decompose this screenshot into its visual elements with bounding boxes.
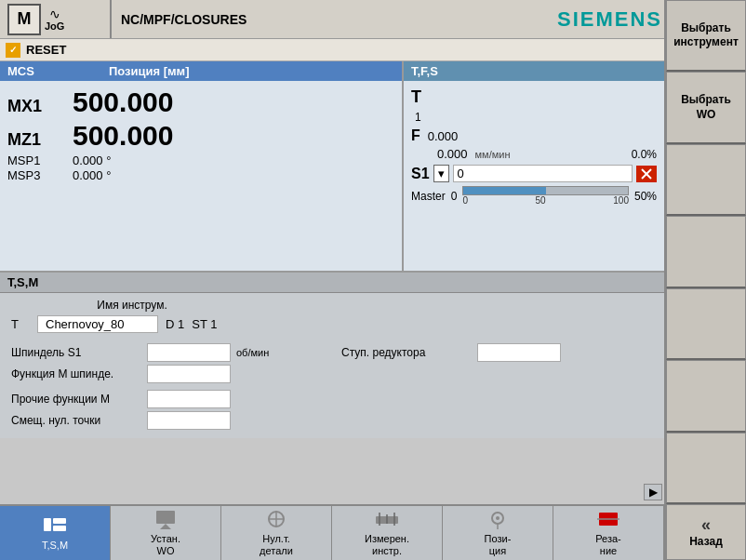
s1-dropdown[interactable]: ▾ — [433, 165, 449, 182]
spindle-section: Шпиндель S1 об/мин Функция M шпинде. Сту… — [11, 340, 653, 386]
master-label: Master — [411, 190, 446, 203]
offset-row: Смещ. нул. точки — [11, 411, 653, 430]
mcs-header: MCS Позиция [мм] — [0, 61, 402, 81]
progress-bar — [462, 186, 629, 195]
instr-name-spacer — [11, 299, 30, 312]
toolbar-install-button[interactable]: Устан. WO — [111, 506, 221, 560]
svg-rect-5 — [53, 526, 66, 531]
toolbar-zero-button[interactable]: Нул.т. детали — [221, 506, 332, 560]
t-instrument-input[interactable] — [37, 315, 158, 333]
offset-label: Смещ. нул. точки — [11, 414, 141, 427]
spindle-right: Ступ. редуктора — [341, 340, 653, 365]
svg-point-16 — [496, 516, 500, 520]
mcs-panel: MCS Позиция [мм] MX1 500.000 MZ1 500.000… — [0, 61, 404, 271]
t-tsm-label: T — [11, 317, 30, 331]
svg-rect-3 — [44, 518, 51, 531]
other-m-section: Прочие функции M Смещ. нул. точки — [11, 390, 653, 430]
install-toolbar-icon — [153, 509, 179, 529]
t-display-row: T — [411, 87, 657, 107]
tfs-panel: T,F,S T 1 F 0.000 0.000 мм/мин 0.0% — [404, 61, 664, 271]
gearbox-row: Ступ. редуктора — [341, 343, 653, 362]
cut-label: Реза- ние — [595, 533, 621, 557]
jog-label: JoG — [45, 20, 64, 32]
siemens-logo: SIEMENS — [539, 0, 681, 38]
mcs-title: MCS — [7, 64, 34, 78]
msp3-name: MSP3 — [7, 168, 54, 182]
back-arrows-icon: « — [701, 515, 711, 535]
main-content: ✓ RESET MCS Позиция [мм] MX1 500.000 MZ1… — [0, 39, 664, 504]
offset-input[interactable] — [147, 411, 231, 430]
t-display-label: T — [411, 87, 430, 107]
install-label: Устан. WO — [151, 533, 180, 557]
progress-bar-fill — [463, 187, 545, 194]
d-label: D 1 — [166, 317, 184, 331]
right-btn-4[interactable] — [666, 216, 746, 287]
progress-labels: 0 50 100 — [462, 195, 629, 206]
svg-marker-7 — [160, 524, 171, 529]
tsm-toolbar-icon — [42, 513, 68, 536]
s1-icon-graphic — [640, 167, 653, 180]
master-pct: 50% — [634, 190, 657, 203]
tsm-label: T,S,M — [42, 540, 68, 552]
mx1-name: MX1 — [7, 97, 54, 116]
jog-wave-icon: ∿ — [49, 7, 60, 20]
toolbar-measure-button[interactable]: Измерен. инстр. — [332, 506, 443, 560]
reset-bar: ✓ RESET — [0, 39, 664, 61]
bottom-toolbar: T,S,M Устан. WO Нул.т. детали — [0, 504, 664, 560]
f-value2: 0.000 — [437, 147, 468, 161]
spindle-label: Шпиндель S1 — [11, 346, 141, 359]
gearbox-input[interactable] — [477, 343, 561, 362]
panels-row: MCS Позиция [мм] MX1 500.000 MZ1 500.000… — [0, 61, 664, 271]
mz1-name: MZ1 — [7, 130, 54, 150]
right-btn-3[interactable] — [666, 144, 746, 216]
mode-block: M ∿ JoG — [0, 0, 112, 38]
function-m-label: Функция M шпинде. — [11, 367, 141, 380]
tfs-body: T 1 F 0.000 0.000 мм/мин 0.0% S1 — [404, 81, 664, 211]
scroll-arrow-button[interactable]: ▶ — [644, 484, 662, 500]
instr-name-label: Имя инструм. — [76, 299, 188, 312]
f-unit: мм/мин — [475, 149, 511, 160]
select-instrument-button[interactable]: Выбрать инструмент — [666, 0, 746, 72]
right-btn-7[interactable] — [666, 433, 746, 504]
mcs-col2-title: Позиция [мм] — [109, 64, 190, 78]
toolbar-tsm-button[interactable]: T,S,M — [0, 506, 111, 560]
other-m-label: Прочие функции M — [11, 393, 141, 406]
f-label: F — [411, 127, 420, 144]
msp3-row: MSP3 0.000 ° — [7, 168, 394, 182]
mx1-value: 500.000 — [73, 87, 173, 118]
jog-section: ∿ JoG — [45, 7, 64, 32]
back-label: Назад — [689, 535, 723, 548]
s1-icon — [636, 166, 657, 182]
s1-input[interactable] — [453, 165, 633, 182]
m-icon: M — [7, 4, 41, 35]
right-panel: Выбрать инструмент Выбрать WO « Назад — [664, 0, 746, 560]
select-wo-button[interactable]: Выбрать WO — [666, 72, 746, 143]
other-m-input[interactable] — [147, 390, 231, 408]
toolbar-position-button[interactable]: Пози- ция — [443, 506, 553, 560]
s1-row: S1 ▾ — [411, 165, 657, 182]
other-m-row: Прочие функции M — [11, 390, 653, 408]
reset-icon: ✓ — [6, 43, 20, 58]
right-arrow-icon: ▶ — [649, 486, 658, 499]
right-btn-5[interactable] — [666, 288, 746, 360]
instrument-name-row: Имя инструм. — [11, 299, 653, 312]
mz1-row: MZ1 500.000 — [7, 120, 394, 152]
function-m-input[interactable] — [147, 365, 231, 383]
spindle-value-input[interactable] — [147, 343, 231, 362]
right-btn-6[interactable] — [666, 360, 746, 432]
gearbox-label: Ступ. редуктора — [341, 346, 472, 359]
tsm-header: T,S,M — [0, 273, 664, 293]
mz1-value: 500.000 — [73, 120, 173, 152]
zero-label: Нул.т. детали — [260, 533, 293, 557]
mx1-row: MX1 500.000 — [7, 87, 394, 118]
svg-rect-6 — [156, 511, 175, 524]
s1-label: S1 — [411, 166, 430, 182]
msp1-row: MSP1 0.000 ° — [7, 153, 394, 167]
master-value: 0 — [451, 190, 458, 203]
back-button[interactable]: « Назад — [666, 504, 746, 560]
top-header: M ∿ JoG NC/MPF/CLOSURES SIEMENS 04.10.16… — [0, 0, 746, 39]
tsm-body: Имя инструм. T D 1 ST 1 Шпиндель S1 об/м… — [0, 293, 664, 438]
toolbar-cut-button[interactable]: Реза- ние — [553, 506, 664, 560]
tfs-header: T,F,S — [404, 61, 664, 81]
f-pct: 0.0% — [632, 148, 657, 161]
